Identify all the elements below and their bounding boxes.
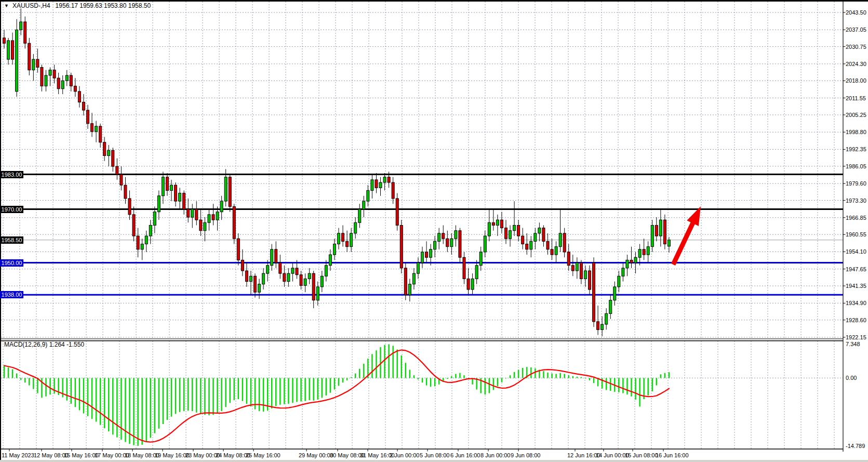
candle-body bbox=[82, 102, 85, 110]
candle-body bbox=[132, 215, 135, 236]
candle-body bbox=[20, 22, 22, 30]
candle-body bbox=[626, 260, 629, 268]
price-level-badge: 1970.00 bbox=[0, 206, 23, 213]
ohlc-values: 1956.17 1959.63 1953.80 1958.50 bbox=[56, 2, 151, 9]
candle-body bbox=[496, 220, 499, 225]
candle-body bbox=[157, 196, 160, 212]
candle-body bbox=[667, 240, 670, 246]
candle-body bbox=[99, 126, 102, 142]
candle-body bbox=[589, 271, 591, 289]
candle-body bbox=[605, 313, 608, 324]
candle-body bbox=[534, 233, 537, 241]
candle-body bbox=[179, 193, 181, 201]
panel-separator-line bbox=[0, 340, 843, 341]
candle-body bbox=[517, 225, 520, 236]
candle-body bbox=[149, 225, 152, 236]
price-axis-label: 2030.75 bbox=[846, 43, 866, 50]
candle-body bbox=[120, 175, 123, 186]
candle-body bbox=[216, 212, 219, 220]
candle-body bbox=[383, 177, 386, 182]
candle-body bbox=[471, 279, 474, 289]
trend-arrow-shaft[interactable] bbox=[673, 220, 694, 265]
candle-body bbox=[116, 166, 118, 174]
candle-body bbox=[28, 43, 31, 70]
candle-body bbox=[291, 268, 294, 273]
candle-body bbox=[212, 215, 215, 220]
price-axis-label: 1960.55 bbox=[846, 231, 866, 238]
macd-signal-line bbox=[4, 350, 669, 442]
symbol-timeframe-label: XAUUSD-,H4 bbox=[12, 2, 50, 9]
price-axis-label: 2043.50 bbox=[846, 9, 866, 16]
time-axis-label: 18 May 08:00 bbox=[125, 452, 159, 459]
candle-body bbox=[108, 150, 110, 155]
candle-body bbox=[567, 252, 570, 266]
candle-body bbox=[638, 249, 641, 257]
macd-axis-label: -14.789 bbox=[846, 442, 865, 450]
time-axis-label: 24 May 08:00 bbox=[216, 452, 250, 459]
candle-body bbox=[446, 239, 449, 246]
candle-body bbox=[162, 177, 164, 196]
candle-body bbox=[175, 185, 177, 201]
candle-body bbox=[249, 276, 252, 281]
candle-body bbox=[308, 273, 311, 279]
candle-body bbox=[312, 273, 315, 300]
candle-body bbox=[555, 247, 557, 255]
chevron-down-icon[interactable]: ▼ bbox=[4, 3, 9, 8]
candle-body bbox=[400, 225, 403, 268]
candle-body bbox=[275, 249, 277, 263]
time-axis-label: 29 May 00:00 bbox=[299, 452, 333, 459]
candle-body bbox=[412, 273, 415, 284]
price-axis-label: 1986.05 bbox=[846, 163, 866, 170]
candle-body bbox=[333, 244, 336, 255]
candle-body bbox=[141, 244, 143, 249]
candle-body bbox=[53, 70, 56, 78]
candle-body bbox=[233, 206, 235, 239]
time-axis-label: 15 Jun 08:00 bbox=[625, 452, 658, 459]
candle-body bbox=[74, 86, 76, 91]
candle-body bbox=[70, 75, 72, 86]
candle-body bbox=[321, 276, 323, 287]
trading-chart-window: ▼XAUUSD-,H41956.17 1959.63 1953.80 1958.… bbox=[0, 0, 868, 462]
current-price-badge: 1958.50 bbox=[0, 236, 23, 244]
candle-body bbox=[95, 126, 98, 131]
candle-body bbox=[408, 284, 411, 295]
candle-body bbox=[505, 228, 508, 239]
candle-body bbox=[57, 78, 60, 89]
candle-body bbox=[396, 199, 398, 226]
candle-body bbox=[434, 241, 436, 249]
price-level-badge: 1938.00 bbox=[0, 291, 23, 298]
candle-body bbox=[262, 273, 265, 284]
candle-body bbox=[7, 41, 10, 59]
candle-body bbox=[61, 81, 64, 88]
candle-body bbox=[597, 322, 599, 329]
candle-body bbox=[170, 185, 173, 190]
candle-body bbox=[124, 185, 127, 199]
candle-body bbox=[609, 300, 612, 314]
candle-body bbox=[613, 287, 616, 300]
candle-body bbox=[166, 177, 168, 191]
time-axis-label: 5 Jun 08:00 bbox=[420, 452, 450, 459]
candle-body bbox=[488, 222, 490, 236]
candle-body bbox=[36, 59, 39, 67]
price-axis-label: 1928.60 bbox=[846, 316, 866, 324]
candle-body bbox=[296, 268, 298, 275]
candle-body bbox=[421, 252, 424, 263]
candle-body bbox=[199, 220, 202, 231]
chart-canvas[interactable] bbox=[0, 0, 868, 462]
candle-body bbox=[492, 222, 495, 225]
candle-body bbox=[11, 41, 14, 59]
time-axis-label: 2 Jun 00:00 bbox=[390, 452, 420, 459]
candle-body bbox=[479, 252, 482, 266]
candle-body bbox=[342, 233, 344, 241]
candle-body bbox=[430, 249, 432, 257]
macd-indicator-label[interactable]: MACD(12,26,9) 1.264 -1.550 bbox=[4, 341, 84, 348]
candle-body bbox=[24, 22, 26, 43]
candle-body bbox=[467, 279, 470, 289]
window-top-border bbox=[0, 0, 868, 2]
candle-body bbox=[551, 249, 553, 255]
candle-body bbox=[3, 38, 6, 43]
candle-body bbox=[16, 30, 18, 91]
window-bottom-strip bbox=[0, 460, 868, 462]
price-axis-label: 1941.35 bbox=[846, 282, 866, 289]
candle-body bbox=[191, 209, 194, 217]
